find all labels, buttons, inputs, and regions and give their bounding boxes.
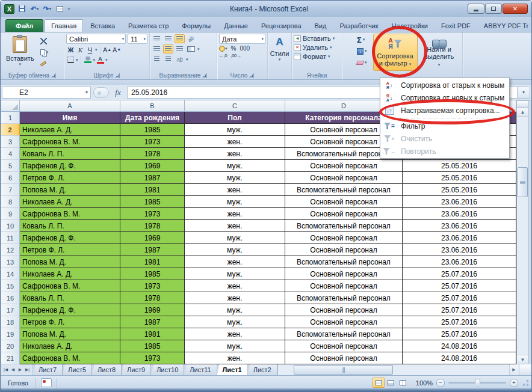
insert-cells-button[interactable]: ◂Вставить▾ — [294, 35, 340, 42]
row-number[interactable]: 2 — [1, 124, 20, 136]
cell-birth-year[interactable]: 1981 — [120, 184, 185, 196]
cell-category[interactable]: Основной персонал — [285, 196, 403, 208]
sheet-tab-лист11[interactable]: Лист11 — [184, 364, 217, 375]
cell-name[interactable]: Коваль Л. П. — [20, 292, 120, 304]
cell-gender[interactable]: муж. — [185, 316, 285, 328]
sheet-tab-лист7[interactable]: Лист7 — [33, 364, 63, 375]
cell-gender[interactable]: жен. — [185, 136, 285, 148]
thousands-button[interactable]: 000 — [240, 45, 250, 52]
cell-name[interactable]: Парфенов Д. Ф. — [20, 304, 120, 316]
cell-date[interactable]: 24.08.2016 — [403, 340, 516, 352]
row-number[interactable]: 3 — [1, 136, 20, 148]
cell-birth-year[interactable]: 1987 — [120, 316, 185, 328]
table-header-cell[interactable]: Имя — [20, 112, 120, 124]
row-number[interactable]: 15 — [1, 280, 20, 292]
cell-birth-year[interactable]: 1978 — [120, 292, 185, 304]
row-number[interactable]: 17 — [1, 304, 20, 316]
cell-gender[interactable]: жен. — [185, 220, 285, 232]
row-number[interactable]: 7 — [1, 184, 20, 196]
tab-foxit[interactable]: Foxit PDF — [435, 20, 477, 32]
cell-birth-year[interactable]: 1973 — [120, 208, 185, 220]
cell-name[interactable]: Коваль Л. П. — [20, 148, 120, 160]
cell-gender[interactable]: жен. — [185, 328, 285, 340]
number-format-combo[interactable]: Дата▾ — [219, 34, 265, 44]
vertical-scroll-track[interactable] — [517, 117, 528, 355]
italic-button[interactable]: К — [76, 45, 85, 54]
row-number[interactable]: 13 — [1, 256, 20, 268]
tab-abbyy[interactable]: ABBYY PDF Tr — [478, 20, 532, 32]
align-middle-button[interactable] — [163, 34, 173, 43]
cell-birth-year[interactable]: 1985 — [120, 124, 185, 136]
first-sheet-icon[interactable]: |◀ — [2, 367, 9, 372]
cell-category[interactable]: Основной персонал — [285, 316, 403, 328]
cell-birth-year[interactable]: 1973 — [120, 280, 185, 292]
menu-item-filter[interactable]: =Фильтр — [380, 120, 509, 132]
cell-name[interactable]: Попова М. Д. — [20, 184, 120, 196]
sheet-tab-лист9[interactable]: Лист9 — [122, 364, 151, 375]
excel-logo-icon[interactable]: X — [4, 4, 14, 14]
cell-date[interactable]: 25.05.2016 — [403, 160, 516, 172]
scroll-right-icon[interactable]: ▶ — [509, 364, 518, 375]
row-number[interactable]: 4 — [1, 148, 20, 160]
shrink-font-button[interactable]: А▼ — [113, 45, 122, 54]
sort-filter-button[interactable]: АЯ Сортировкаи фильтр ▾ — [373, 34, 418, 71]
cell-gender[interactable]: жен. — [185, 352, 285, 364]
table-header-cell[interactable]: Пол — [185, 112, 285, 124]
cell-gender[interactable]: жен. — [185, 256, 285, 268]
cell-date[interactable]: 23.06.2016 — [403, 256, 516, 268]
font-dialog-launcher[interactable] — [115, 73, 120, 78]
zoom-level[interactable]: 100% — [412, 379, 433, 387]
cell-category[interactable]: Основной персонал — [285, 160, 403, 172]
tab-formulas[interactable]: Формулы — [176, 20, 217, 32]
sheet-tab-лист5[interactable]: Лист5 — [63, 364, 92, 375]
cell-name[interactable]: Сафронова В. М. — [20, 208, 120, 220]
page-break-view-button[interactable] — [397, 378, 409, 388]
cell-birth-year[interactable]: 1987 — [120, 244, 185, 256]
underline-button[interactable]: Ч — [85, 45, 94, 54]
cell-birth-year[interactable]: 1969 — [120, 232, 185, 244]
align-bottom-button[interactable] — [175, 34, 185, 43]
insert-function-button[interactable]: fx — [109, 88, 127, 97]
table-tool-button[interactable] — [55, 4, 65, 14]
fill-color-button[interactable] — [84, 55, 93, 64]
cell-name[interactable]: Николаев А. Д. — [20, 268, 120, 280]
menu-item-sort-old-new[interactable]: АЯ↓Сортировка от старых к новым — [380, 79, 509, 91]
select-all-corner[interactable] — [1, 100, 20, 112]
font-color-button[interactable]: А — [96, 55, 105, 64]
format-cells-button[interactable]: Формат▾ — [294, 53, 340, 60]
table-header-cell[interactable]: Дата рождения — [120, 112, 185, 124]
cell-name[interactable]: Петров Ф. Л. — [20, 172, 120, 184]
zoom-slider[interactable] — [448, 382, 506, 384]
close-button[interactable]: ✕ — [503, 4, 528, 14]
grow-font-button[interactable]: А▲ — [103, 45, 112, 54]
cell-date[interactable]: 23.06.2016 — [403, 244, 516, 256]
paste-button[interactable]: Вставить ▾ — [2, 34, 38, 71]
row-number[interactable]: 12 — [1, 244, 20, 256]
cell-gender[interactable]: муж. — [185, 268, 285, 280]
row-number[interactable]: 21 — [1, 352, 20, 364]
cell-name[interactable]: Николаев А. Д. — [20, 340, 120, 352]
undo-button[interactable]: ↶▾ — [29, 4, 40, 14]
cell-category[interactable]: Основной персонал — [285, 208, 403, 220]
name-box[interactable]: E2▾ — [2, 87, 91, 99]
page-layout-view-button[interactable] — [385, 378, 397, 388]
cell-name[interactable]: Парфенов Д. Ф. — [20, 232, 120, 244]
sheet-tab-лист2[interactable]: Лист2 — [248, 364, 277, 375]
cell-category[interactable]: Вспомогательный персонал — [285, 220, 403, 232]
align-top-button[interactable] — [152, 34, 162, 43]
cell-birth-year[interactable]: 1985 — [120, 340, 185, 352]
number-dialog-launcher[interactable] — [249, 73, 254, 78]
zoom-slider-thumb[interactable] — [475, 379, 480, 387]
scroll-up-icon[interactable]: ▲ — [517, 108, 528, 117]
cell-birth-year[interactable]: 1978 — [120, 220, 185, 232]
column-header-b[interactable]: B — [120, 100, 185, 112]
cell-name[interactable]: Сафронова В. М. — [20, 352, 120, 364]
cell-category[interactable]: Вспомогательный персонал — [285, 184, 403, 196]
last-sheet-icon[interactable]: ▶| — [24, 367, 31, 372]
cell-gender[interactable]: жен. — [185, 280, 285, 292]
split-handle[interactable] — [517, 101, 528, 108]
cell-category[interactable]: Основной персонал — [285, 232, 403, 244]
cell-birth-year[interactable]: 1985 — [120, 268, 185, 280]
cell-birth-year[interactable]: 1973 — [120, 136, 185, 148]
cell-gender[interactable]: муж. — [185, 124, 285, 136]
